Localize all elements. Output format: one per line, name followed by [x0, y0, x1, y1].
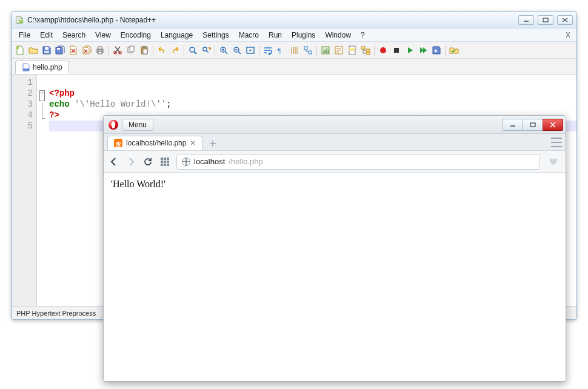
menubar-hide-x[interactable]: X: [562, 31, 574, 39]
save-all-icon[interactable]: [54, 44, 66, 56]
separator-icon: [109, 45, 109, 56]
svg-rect-44: [161, 164, 163, 166]
menu-plugins[interactable]: Plugins: [287, 29, 320, 41]
notepad-titlebar[interactable]: C:\xampp\htdocs\hello.php - Notepad++: [12, 12, 576, 28]
menu-help[interactable]: ?: [356, 29, 370, 41]
folder-tree-icon[interactable]: [359, 44, 372, 56]
browser-menu-button[interactable]: Menu: [122, 119, 153, 131]
browser-titlebar[interactable]: Menu: [104, 116, 566, 134]
code-line: <?php: [49, 88, 576, 99]
maximize-button[interactable]: [538, 15, 553, 25]
menu-settings[interactable]: Settings: [198, 29, 233, 41]
new-tab-button[interactable]: [206, 138, 219, 149]
minimize-button[interactable]: [518, 15, 534, 25]
svg-rect-15: [143, 46, 145, 48]
cut-icon[interactable]: [112, 44, 124, 56]
menu-run[interactable]: Run: [264, 29, 287, 41]
redo-icon[interactable]: [169, 44, 181, 56]
svg-rect-13: [130, 46, 134, 52]
save-icon[interactable]: [41, 44, 53, 56]
doc-map-icon[interactable]: [346, 44, 358, 56]
menu-edit[interactable]: Edit: [35, 29, 58, 41]
separator-icon: [445, 45, 446, 56]
browser-viewport[interactable]: 'Hello World!': [104, 173, 566, 381]
browser-maximize-button[interactable]: [523, 119, 543, 131]
play-multi-macro-icon[interactable]: [417, 44, 429, 56]
svg-rect-43: [167, 161, 169, 163]
svg-point-18: [203, 47, 207, 50]
zoom-fit-icon[interactable]: [244, 44, 256, 56]
forward-button[interactable]: [125, 156, 136, 167]
svg-rect-9: [98, 52, 102, 54]
browser-tab[interactable]: ஐ localhost/hello.php ✕: [107, 136, 202, 150]
find-icon[interactable]: [187, 44, 199, 56]
word-wrap-icon[interactable]: [262, 44, 274, 56]
svg-rect-5: [44, 51, 49, 53]
print-icon[interactable]: [94, 44, 106, 56]
svg-point-10: [114, 52, 116, 54]
user-lang-icon[interactable]: ab: [319, 44, 332, 56]
close-button[interactable]: [557, 15, 573, 25]
window-title: C:\xampp\htdocs\hello.php - Notepad++: [27, 16, 156, 24]
spell-check-icon[interactable]: [448, 44, 460, 56]
svg-rect-35: [23, 68, 29, 71]
zoom-in-icon[interactable]: [218, 44, 230, 56]
toolbar: ¶ ab: [12, 42, 576, 59]
svg-rect-28: [349, 46, 355, 55]
zoom-out-icon[interactable]: [231, 44, 243, 56]
close-file-icon[interactable]: [67, 44, 79, 56]
svg-rect-41: [161, 161, 163, 163]
menu-file[interactable]: File: [14, 29, 35, 41]
speed-dial-button[interactable]: [159, 156, 170, 167]
browser-toolbar: localhost/hello.php: [104, 151, 566, 173]
undo-icon[interactable]: [156, 44, 168, 56]
indent-guide-icon[interactable]: [289, 44, 301, 56]
menubar: File Edit Search View Encoding Language …: [12, 28, 576, 42]
menu-macro[interactable]: Macro: [234, 29, 264, 41]
address-bar[interactable]: localhost/hello.php: [176, 154, 540, 170]
menu-search[interactable]: Search: [58, 29, 90, 41]
save-macro-icon[interactable]: [430, 44, 443, 56]
show-all-chars-icon[interactable]: ¶: [275, 44, 287, 56]
separator-icon: [184, 45, 184, 56]
fold-toggle-icon[interactable]: [39, 90, 45, 101]
xampp-favicon-icon: ஐ: [114, 139, 122, 147]
svg-text:ab: ab: [323, 48, 329, 54]
stop-macro-icon[interactable]: [390, 44, 403, 56]
back-button[interactable]: [109, 156, 119, 167]
opera-logo-icon: [109, 120, 118, 130]
svg-rect-2: [543, 18, 548, 22]
menu-encoding[interactable]: Encoding: [116, 29, 156, 41]
tab-close-icon[interactable]: ✕: [190, 139, 196, 147]
svg-rect-37: [530, 123, 535, 127]
bookmark-heart-button[interactable]: [546, 155, 561, 169]
svg-rect-27: [335, 47, 342, 54]
play-macro-icon[interactable]: [404, 44, 416, 56]
menu-language[interactable]: Language: [156, 29, 198, 41]
new-file-icon[interactable]: [14, 44, 26, 56]
file-tab-hello[interactable]: hello.php: [15, 61, 69, 74]
menu-window[interactable]: Window: [320, 29, 356, 41]
record-macro-icon[interactable]: [377, 44, 389, 56]
show-fold-icon[interactable]: [302, 44, 314, 56]
function-list-icon[interactable]: [333, 44, 345, 56]
fold-column[interactable]: [37, 75, 47, 306]
separator-icon: [153, 45, 153, 56]
browser-minimize-button[interactable]: [503, 119, 523, 131]
browser-close-button[interactable]: [543, 119, 563, 131]
status-language: PHP Hypertext Preprocess: [16, 310, 96, 317]
menu-view[interactable]: View: [90, 29, 116, 41]
code-line: [49, 77, 576, 88]
separator-icon: [374, 45, 375, 56]
close-all-icon[interactable]: [81, 44, 93, 56]
reload-button[interactable]: [142, 156, 153, 167]
file-tab-label: hello.php: [33, 63, 62, 71]
replace-icon[interactable]: [200, 44, 212, 56]
svg-point-33: [380, 47, 386, 53]
copy-icon[interactable]: [125, 44, 137, 56]
panel-toggle-icon[interactable]: [551, 138, 562, 147]
open-folder-icon[interactable]: [27, 44, 39, 56]
page-output-text: 'Hello World!': [111, 179, 165, 189]
file-tabstrip: hello.php: [12, 59, 576, 75]
paste-icon[interactable]: [138, 44, 150, 56]
